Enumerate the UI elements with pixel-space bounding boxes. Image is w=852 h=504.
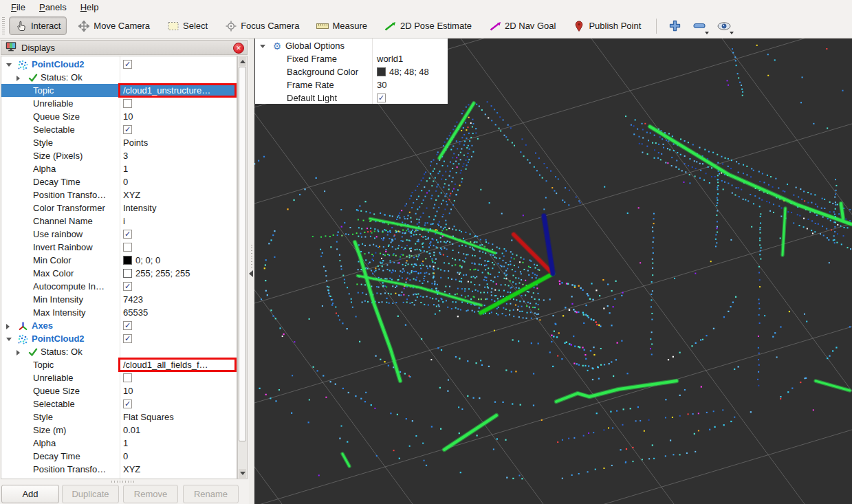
scroll-down-button[interactable] [239, 469, 246, 478]
property-value[interactable]: Intensity [123, 476, 156, 479]
property-row-alpha[interactable]: Alpha1 [1, 437, 237, 450]
checkbox-checked[interactable]: ✓ [123, 282, 132, 291]
property-row-channel-name[interactable]: Channel Namei [1, 215, 237, 228]
property-value[interactable]: 65535 [123, 306, 148, 319]
checkbox-checked[interactable]: ✓ [123, 60, 132, 69]
property-row-max-intensity[interactable]: Max Intensity65535 [1, 306, 237, 319]
property-row-selectable[interactable]: Selectable✓ [1, 123, 237, 136]
property-value[interactable]: 1 [123, 162, 128, 175]
property-value[interactable]: 10 [123, 384, 133, 397]
property-value[interactable]: ✓ [123, 397, 132, 410]
checkbox-unchecked[interactable] [123, 99, 132, 108]
property-row-alpha[interactable]: Alpha1 [1, 162, 237, 175]
measure-tool-button[interactable]: Measure [310, 17, 373, 35]
menu-file[interactable]: File [4, 1, 32, 13]
3d-viewport-canvas[interactable] [254, 39, 852, 504]
property-row-min-color[interactable]: Min Color0; 0; 0 [1, 254, 237, 267]
property-row-autocompute-in[interactable]: Autocompute In…✓ [1, 280, 237, 293]
property-value[interactable]: ✓ [123, 123, 132, 136]
property-value[interactable]: 30 [377, 78, 386, 91]
property-value[interactable]: XYZ [123, 463, 140, 476]
panel-splitter[interactable] [249, 39, 254, 504]
property-row-queue-size[interactable]: Queue Size10 [1, 110, 237, 123]
property-value[interactable] [123, 97, 132, 110]
display-group-axes[interactable]: Axes✓ [1, 319, 237, 332]
expander-closed-icon[interactable] [17, 76, 20, 81]
property-row-status-ok[interactable]: Status: Ok [1, 345, 237, 358]
property-row-unreliable[interactable]: Unreliable [1, 97, 237, 110]
property-row-style[interactable]: StyleFlat Squares [1, 410, 237, 424]
menu-panels[interactable]: Panels [32, 1, 74, 13]
checkbox-checked[interactable]: ✓ [123, 125, 132, 134]
scrollbar-thumb[interactable] [239, 67, 246, 441]
add-button[interactable]: Add [1, 485, 59, 503]
property-row-topic[interactable]: Topic/cloud1_unstructure… [1, 84, 237, 97]
property-row-decay-time[interactable]: Decay Time0 [1, 175, 237, 188]
property-value[interactable]: ✓ [123, 332, 132, 345]
checkbox-checked[interactable]: ✓ [377, 94, 386, 102]
global-options-header-row[interactable]: ⚙Global Options [255, 39, 447, 52]
property-value[interactable] [123, 371, 132, 384]
checkbox-unchecked[interactable] [123, 373, 132, 382]
expander-open-icon[interactable] [6, 63, 12, 67]
property-row-min-intensity[interactable]: Min Intensity7423 [1, 293, 237, 306]
select-tool-button[interactable]: Select [161, 17, 214, 35]
property-row-decay-time[interactable]: Decay Time0 [1, 450, 237, 463]
property-value[interactable]: 1 [123, 437, 128, 450]
property-value[interactable] [123, 241, 132, 254]
expander-closed-icon[interactable] [6, 324, 10, 329]
property-value[interactable]: 48; 48; 48 [377, 65, 429, 78]
property-row-selectable[interactable]: Selectable✓ [1, 397, 237, 410]
checkbox-checked[interactable]: ✓ [123, 399, 132, 408]
property-value[interactable]: i [123, 215, 125, 228]
property-row-status-ok[interactable]: Status: Ok [1, 71, 237, 84]
publish-point-tool-button[interactable]: Publish Point [567, 17, 647, 35]
property-row-style[interactable]: StylePoints [1, 136, 237, 149]
2d-pose-estimate-tool-button[interactable]: 2D Pose Estimate [378, 17, 478, 35]
remove-tool-button[interactable] [690, 17, 709, 35]
3d-viewport[interactable]: ⚙Global OptionsFixed Frameworld1Backgrou… [254, 39, 852, 504]
property-row-fixed-frame[interactable]: Fixed Frameworld1 [255, 52, 447, 65]
property-value[interactable]: 0.01 [123, 424, 140, 437]
property-value[interactable]: Intensity [123, 201, 156, 215]
property-row-queue-size[interactable]: Queue Size10 [1, 384, 237, 397]
checkbox-unchecked[interactable] [123, 243, 132, 252]
property-row-topic[interactable]: Topic/cloud1_all_fields_f… [1, 358, 237, 371]
property-row-background-color[interactable]: Background Color48; 48; 48 [255, 65, 447, 78]
panel-resize-grip[interactable] [111, 481, 135, 483]
property-row-size-m[interactable]: Size (m)0.01 [1, 424, 237, 437]
focus-camera-tool-button[interactable]: Focus Camera [219, 17, 305, 35]
property-value[interactable]: 0 [123, 450, 128, 463]
property-value[interactable]: 7423 [123, 293, 143, 306]
toolbar-grip[interactable] [2, 17, 5, 35]
property-row-frame-rate[interactable]: Frame Rate30 [255, 78, 447, 91]
expander-open-icon[interactable] [260, 45, 265, 48]
move-camera-tool-button[interactable]: Move Camera [72, 17, 156, 35]
checkbox-checked[interactable]: ✓ [123, 334, 132, 343]
visibility-button[interactable] [714, 17, 734, 35]
property-value[interactable]: ✓ [123, 319, 132, 332]
property-value[interactable]: ✓ [123, 58, 132, 71]
property-value[interactable]: ✓ [123, 280, 132, 293]
display-group-pointcloud2[interactable]: PointCloud2✓ [1, 332, 237, 345]
property-value[interactable]: 3 [123, 149, 128, 162]
expander-closed-icon[interactable] [17, 350, 20, 355]
property-value[interactable]: ✓ [377, 91, 386, 105]
property-row-default-light[interactable]: Default Light✓ [255, 91, 447, 105]
property-value[interactable]: XYZ [123, 188, 140, 201]
property-row-position-transfo[interactable]: Position Transfo…XYZ [1, 188, 237, 201]
property-row-position-transfo[interactable]: Position Transfo…XYZ [1, 463, 237, 476]
property-row-max-color[interactable]: Max Color255; 255; 255 [1, 267, 237, 280]
property-value[interactable]: 0; 0; 0 [123, 254, 160, 267]
checkbox-checked[interactable]: ✓ [123, 321, 132, 330]
property-value[interactable]: Points [123, 136, 148, 149]
interact-tool-button[interactable]: Interact [9, 17, 67, 35]
property-value[interactable]: 255; 255; 255 [123, 267, 190, 280]
property-value[interactable]: ✓ [123, 228, 132, 241]
property-value[interactable]: 0 [123, 175, 128, 188]
property-value[interactable]: /cloud1_unstructure… [123, 84, 210, 97]
add-tool-button[interactable] [665, 17, 684, 35]
property-row-size-pixels[interactable]: Size (Pixels)3 [1, 149, 237, 162]
checkbox-checked[interactable]: ✓ [123, 230, 132, 239]
property-value[interactable]: 10 [123, 110, 133, 123]
